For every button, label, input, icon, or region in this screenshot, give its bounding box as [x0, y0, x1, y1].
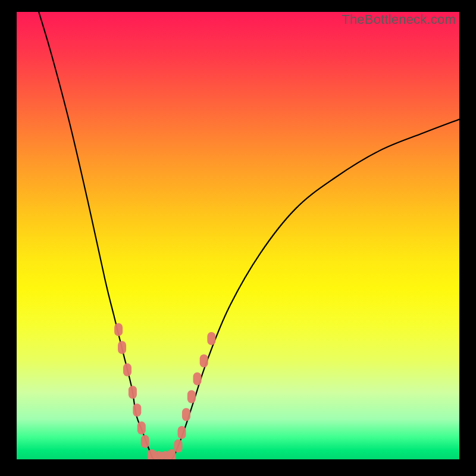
data-bead [118, 341, 126, 354]
data-bead [193, 372, 202, 386]
data-bead [167, 449, 176, 459]
data-bead [178, 426, 186, 439]
data-bead [123, 364, 131, 377]
data-bead [133, 403, 141, 416]
data-bead [207, 332, 215, 345]
data-bead [129, 386, 137, 399]
data-bead [114, 323, 123, 336]
curve-svg [17, 12, 459, 459]
bottleneck-curve [39, 12, 459, 459]
data-bead [200, 355, 208, 368]
data-beads [114, 323, 215, 459]
chart-frame: TheBottleneck.com [0, 0, 476, 476]
data-bead [141, 435, 149, 448]
data-bead [182, 408, 190, 421]
data-bead [174, 439, 183, 452]
plot-area: TheBottleneck.com [17, 12, 459, 459]
data-bead [187, 390, 196, 403]
data-bead [137, 421, 146, 434]
